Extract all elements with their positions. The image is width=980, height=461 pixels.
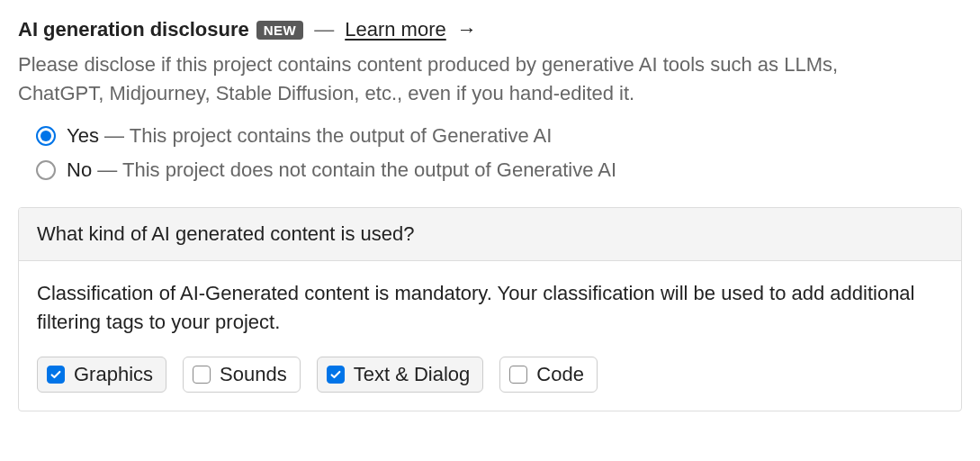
panel-body: Classification of AI-Generated content i… (19, 261, 961, 411)
section-title: AI generation disclosure (18, 18, 249, 41)
chip-text-dialog[interactable]: Text & Dialog (317, 357, 484, 393)
radio-dash: — (104, 124, 124, 147)
chip-sounds[interactable]: Sounds (183, 357, 301, 393)
content-kind-chips: Graphics Sounds Text & Dialog Code (37, 357, 943, 393)
panel-header: What kind of AI generated content is use… (19, 208, 961, 261)
chip-code[interactable]: Code (499, 357, 598, 393)
disclosure-radio-group: Yes — This project contains the output o… (36, 124, 962, 182)
panel-description: Classification of AI-Generated content i… (37, 279, 943, 337)
chip-label: Graphics (74, 363, 153, 386)
checkbox-icon (327, 366, 345, 384)
checkbox-icon (47, 366, 65, 384)
radio-description: This project contains the output of Gene… (130, 124, 553, 147)
chip-graphics[interactable]: Graphics (37, 357, 166, 393)
separator-dash: — (314, 18, 334, 41)
radio-description: This project does not contain the output… (122, 158, 616, 181)
content-kind-panel: What kind of AI generated content is use… (18, 207, 962, 411)
learn-more-link[interactable]: Learn more (345, 18, 446, 41)
chip-label: Code (536, 363, 584, 386)
radio-icon (36, 126, 56, 146)
checkbox-icon (509, 366, 527, 384)
chip-label: Sounds (220, 363, 287, 386)
radio-option-yes[interactable]: Yes — This project contains the output o… (36, 124, 962, 148)
arrow-right-icon: → (457, 18, 477, 41)
checkbox-icon (193, 366, 211, 384)
radio-label: No (67, 158, 92, 181)
section-header: AI generation disclosure NEW — Learn mor… (18, 18, 962, 41)
new-badge: NEW (256, 21, 304, 40)
radio-option-no[interactable]: No — This project does not contain the o… (36, 158, 962, 182)
radio-dash: — (97, 158, 117, 181)
radio-icon (36, 160, 56, 180)
section-description: Please disclose if this project contains… (18, 50, 927, 108)
radio-label: Yes (67, 124, 99, 147)
chip-label: Text & Dialog (354, 363, 471, 386)
